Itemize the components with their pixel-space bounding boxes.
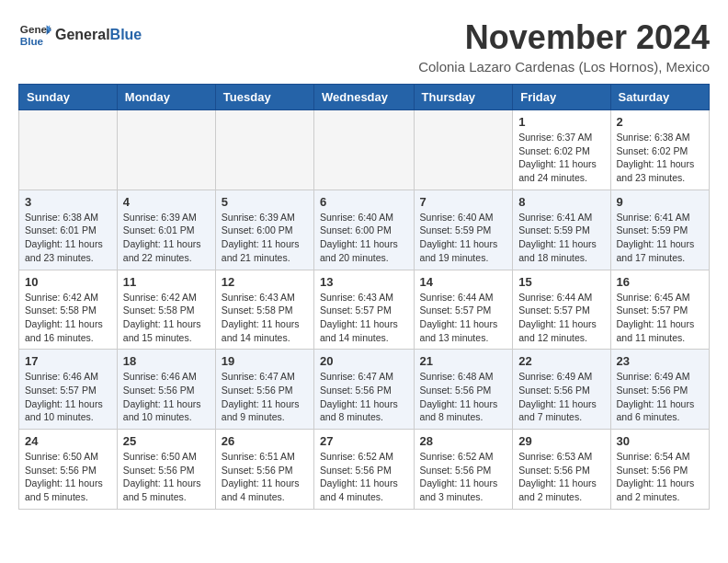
- day-info: Sunrise: 6:47 AM Sunset: 5:56 PM Dayligh…: [222, 370, 308, 424]
- day-header-friday: Friday: [513, 85, 610, 110]
- calendar-cell: [414, 110, 513, 190]
- calendar-cell: 16Sunrise: 6:45 AM Sunset: 5:57 PM Dayli…: [610, 270, 709, 350]
- day-number: 22: [518, 354, 604, 368]
- day-info: Sunrise: 6:39 AM Sunset: 6:01 PM Dayligh…: [123, 211, 210, 265]
- day-number: 7: [420, 195, 507, 209]
- day-info: Sunrise: 6:41 AM Sunset: 5:59 PM Dayligh…: [617, 211, 703, 265]
- calendar-cell: 8Sunrise: 6:41 AM Sunset: 5:59 PM Daylig…: [513, 190, 610, 270]
- day-number: 13: [320, 275, 408, 289]
- day-number: 23: [617, 354, 703, 368]
- logo-general-text: General: [55, 27, 110, 42]
- calendar-cell: 27Sunrise: 6:52 AM Sunset: 5:56 PM Dayli…: [314, 430, 415, 510]
- calendar-cell: 19Sunrise: 6:47 AM Sunset: 5:56 PM Dayli…: [215, 350, 313, 430]
- calendar-cell: 6Sunrise: 6:40 AM Sunset: 6:00 PM Daylig…: [314, 190, 415, 270]
- day-number: 12: [222, 275, 308, 289]
- calendar-cell: [117, 110, 215, 190]
- logo: General Blue GeneralBlue: [18, 18, 142, 52]
- day-info: Sunrise: 6:38 AM Sunset: 6:01 PM Dayligh…: [25, 211, 111, 265]
- month-title: November 2024: [418, 18, 710, 57]
- day-info: Sunrise: 6:38 AM Sunset: 6:02 PM Dayligh…: [617, 131, 703, 185]
- calendar-cell: 30Sunrise: 6:54 AM Sunset: 5:56 PM Dayli…: [610, 430, 709, 510]
- day-info: Sunrise: 6:51 AM Sunset: 5:56 PM Dayligh…: [222, 450, 308, 504]
- day-info: Sunrise: 6:52 AM Sunset: 5:56 PM Dayligh…: [420, 450, 507, 504]
- calendar-header-row: SundayMondayTuesdayWednesdayThursdayFrid…: [19, 85, 710, 110]
- day-info: Sunrise: 6:41 AM Sunset: 5:59 PM Dayligh…: [518, 211, 604, 265]
- week-row-4: 17Sunrise: 6:46 AM Sunset: 5:57 PM Dayli…: [19, 350, 710, 430]
- day-number: 4: [123, 195, 210, 209]
- calendar: SundayMondayTuesdayWednesdayThursdayFrid…: [18, 84, 710, 510]
- day-number: 26: [222, 434, 308, 448]
- calendar-cell: 24Sunrise: 6:50 AM Sunset: 5:56 PM Dayli…: [19, 430, 118, 510]
- day-number: 24: [25, 434, 111, 448]
- day-number: 5: [222, 195, 308, 209]
- day-info: Sunrise: 6:40 AM Sunset: 6:00 PM Dayligh…: [320, 211, 408, 265]
- day-number: 17: [25, 354, 111, 368]
- day-info: Sunrise: 6:39 AM Sunset: 6:00 PM Dayligh…: [222, 211, 308, 265]
- day-number: 16: [617, 275, 703, 289]
- day-number: 28: [420, 434, 507, 448]
- logo-icon: General Blue: [18, 18, 51, 52]
- calendar-cell: 13Sunrise: 6:43 AM Sunset: 5:57 PM Dayli…: [314, 270, 415, 350]
- day-info: Sunrise: 6:50 AM Sunset: 5:56 PM Dayligh…: [123, 450, 210, 504]
- day-info: Sunrise: 6:45 AM Sunset: 5:57 PM Dayligh…: [617, 291, 703, 345]
- day-header-wednesday: Wednesday: [314, 85, 415, 110]
- calendar-cell: 18Sunrise: 6:46 AM Sunset: 5:56 PM Dayli…: [117, 350, 215, 430]
- day-number: 9: [617, 195, 703, 209]
- day-info: Sunrise: 6:52 AM Sunset: 5:56 PM Dayligh…: [320, 450, 408, 504]
- day-number: 30: [617, 434, 703, 448]
- day-info: Sunrise: 6:43 AM Sunset: 5:58 PM Dayligh…: [222, 291, 308, 345]
- calendar-cell: 20Sunrise: 6:47 AM Sunset: 5:56 PM Dayli…: [314, 350, 415, 430]
- day-number: 18: [123, 354, 210, 368]
- day-header-monday: Monday: [117, 85, 215, 110]
- day-info: Sunrise: 6:43 AM Sunset: 5:57 PM Dayligh…: [320, 291, 408, 345]
- day-info: Sunrise: 6:47 AM Sunset: 5:56 PM Dayligh…: [320, 370, 408, 424]
- day-info: Sunrise: 6:42 AM Sunset: 5:58 PM Dayligh…: [25, 291, 111, 345]
- day-number: 27: [320, 434, 408, 448]
- calendar-cell: 14Sunrise: 6:44 AM Sunset: 5:57 PM Dayli…: [414, 270, 513, 350]
- calendar-cell: 2Sunrise: 6:38 AM Sunset: 6:02 PM Daylig…: [610, 110, 709, 190]
- day-info: Sunrise: 6:46 AM Sunset: 5:56 PM Dayligh…: [123, 370, 210, 424]
- day-number: 29: [518, 434, 604, 448]
- calendar-cell: 5Sunrise: 6:39 AM Sunset: 6:00 PM Daylig…: [215, 190, 313, 270]
- day-header-thursday: Thursday: [414, 85, 513, 110]
- calendar-cell: 22Sunrise: 6:49 AM Sunset: 5:56 PM Dayli…: [513, 350, 610, 430]
- day-info: Sunrise: 6:40 AM Sunset: 5:59 PM Dayligh…: [420, 211, 507, 265]
- week-row-1: 1Sunrise: 6:37 AM Sunset: 6:02 PM Daylig…: [19, 110, 710, 190]
- day-number: 3: [25, 195, 111, 209]
- calendar-cell: 10Sunrise: 6:42 AM Sunset: 5:58 PM Dayli…: [19, 270, 118, 350]
- day-info: Sunrise: 6:46 AM Sunset: 5:57 PM Dayligh…: [25, 370, 111, 424]
- subtitle: Colonia Lazaro Cardenas (Los Hornos), Me…: [418, 59, 710, 75]
- day-info: Sunrise: 6:42 AM Sunset: 5:58 PM Dayligh…: [123, 291, 210, 345]
- day-number: 25: [123, 434, 210, 448]
- calendar-cell: 29Sunrise: 6:53 AM Sunset: 5:56 PM Dayli…: [513, 430, 610, 510]
- calendar-cell: 12Sunrise: 6:43 AM Sunset: 5:58 PM Dayli…: [215, 270, 313, 350]
- day-header-sunday: Sunday: [19, 85, 118, 110]
- week-row-2: 3Sunrise: 6:38 AM Sunset: 6:01 PM Daylig…: [19, 190, 710, 270]
- calendar-cell: 23Sunrise: 6:49 AM Sunset: 5:56 PM Dayli…: [610, 350, 709, 430]
- day-info: Sunrise: 6:49 AM Sunset: 5:56 PM Dayligh…: [518, 370, 604, 424]
- day-header-saturday: Saturday: [610, 85, 709, 110]
- calendar-cell: 1Sunrise: 6:37 AM Sunset: 6:02 PM Daylig…: [513, 110, 610, 190]
- day-info: Sunrise: 6:53 AM Sunset: 5:56 PM Dayligh…: [518, 450, 604, 504]
- day-info: Sunrise: 6:50 AM Sunset: 5:56 PM Dayligh…: [25, 450, 111, 504]
- day-number: 1: [518, 115, 604, 129]
- day-number: 6: [320, 195, 408, 209]
- day-number: 20: [320, 354, 408, 368]
- week-row-3: 10Sunrise: 6:42 AM Sunset: 5:58 PM Dayli…: [19, 270, 710, 350]
- logo-blue-text: Blue: [110, 27, 142, 42]
- title-area: November 2024 Colonia Lazaro Cardenas (L…: [418, 18, 710, 75]
- day-number: 19: [222, 354, 308, 368]
- calendar-cell: [19, 110, 118, 190]
- day-info: Sunrise: 6:49 AM Sunset: 5:56 PM Dayligh…: [617, 370, 703, 424]
- day-info: Sunrise: 6:48 AM Sunset: 5:56 PM Dayligh…: [420, 370, 507, 424]
- day-number: 11: [123, 275, 210, 289]
- day-number: 14: [420, 275, 507, 289]
- header: General Blue GeneralBlue November 2024 C…: [18, 18, 710, 75]
- day-number: 10: [25, 275, 111, 289]
- calendar-cell: 9Sunrise: 6:41 AM Sunset: 5:59 PM Daylig…: [610, 190, 709, 270]
- day-number: 8: [518, 195, 604, 209]
- day-info: Sunrise: 6:54 AM Sunset: 5:56 PM Dayligh…: [617, 450, 703, 504]
- calendar-cell: 21Sunrise: 6:48 AM Sunset: 5:56 PM Dayli…: [414, 350, 513, 430]
- calendar-cell: 17Sunrise: 6:46 AM Sunset: 5:57 PM Dayli…: [19, 350, 118, 430]
- day-number: 15: [518, 275, 604, 289]
